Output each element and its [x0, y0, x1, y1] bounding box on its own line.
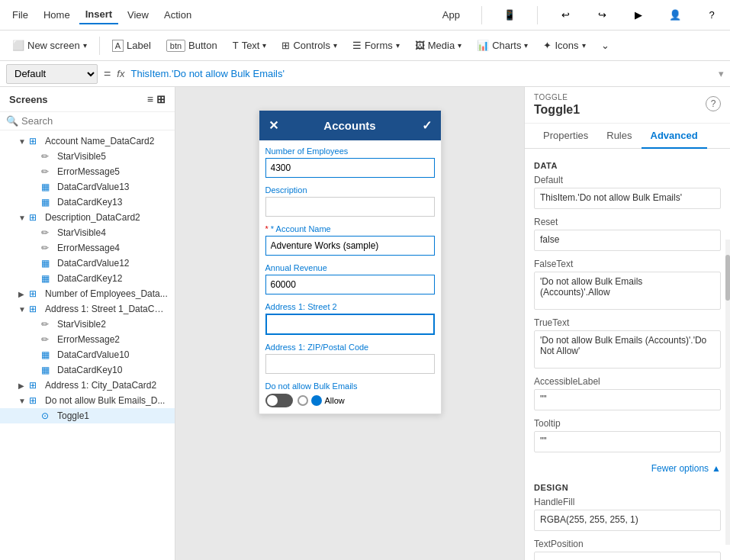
- field-value[interactable]: 'Do not allow Bulk Emails (Accounts)'.Al…: [534, 272, 721, 310]
- formula-expand-icon[interactable]: ▾: [719, 68, 724, 79]
- charts-button[interactable]: 📊 Charts ▾: [471, 37, 534, 54]
- field-label: Default: [534, 175, 721, 185]
- tree-item-datacardkey10[interactable]: ▦ DataCardKey10: [0, 362, 175, 378]
- fewer-options-button[interactable]: Fewer options ▲: [534, 460, 721, 477]
- tree-item-toggle1[interactable]: ⊙ Toggle1: [0, 408, 175, 423]
- toggle-switch[interactable]: [265, 394, 293, 407]
- icons-chevron: ▾: [582, 41, 586, 50]
- menu-view[interactable]: View: [121, 6, 155, 24]
- field-revenue: Annual Revenue: [265, 263, 435, 294]
- tab-rules[interactable]: Rules: [597, 124, 641, 149]
- collapse-arrow: ▼: [18, 397, 29, 405]
- tab-advanced[interactable]: Advanced: [642, 124, 707, 149]
- field-input[interactable]: [265, 197, 435, 217]
- forms-button[interactable]: ☰ Forms ▾: [346, 37, 406, 54]
- button-button[interactable]: btn Button: [160, 37, 224, 55]
- tree-item-datacardvalue10[interactable]: ▦ DataCardValue10: [0, 347, 175, 362]
- field-input[interactable]: [265, 158, 435, 178]
- edit-icon: ✏: [41, 166, 55, 177]
- tree-label: DataCardKey10: [57, 365, 169, 375]
- field-input[interactable]: [265, 275, 435, 294]
- tree-item-street1[interactable]: ▼ ⊞ Address 1: Street 1_DataCar...: [0, 301, 175, 317]
- phone-icon[interactable]: 📱: [497, 3, 522, 27]
- tree-item-city[interactable]: ▶ ⊞ Address 1: City_DataCard2: [0, 378, 175, 393]
- tree-item-starvisible4[interactable]: ✏ StarVisible4: [0, 225, 175, 240]
- menu-action[interactable]: Action: [158, 6, 198, 24]
- formula-input[interactable]: [127, 66, 716, 81]
- menu-bar: File Home Insert View Action App 📱 ↩ ↪ ▶…: [0, 0, 730, 31]
- datacard-icon: ⊞: [29, 304, 43, 314]
- tree-item-datacardkey13[interactable]: ▦ DataCardKey13: [0, 195, 175, 210]
- tree-label: DataCardValue10: [57, 349, 169, 360]
- form-check-icon[interactable]: ✓: [422, 118, 432, 133]
- redo-icon[interactable]: ↪: [590, 3, 614, 27]
- field-input[interactable]: [265, 354, 435, 374]
- tree-label: Account Name_DataCard2: [45, 136, 169, 146]
- field-value[interactable]: 'Do not allow Bulk Emails (Accounts)'.'D…: [534, 330, 721, 369]
- menu-file[interactable]: File: [6, 6, 34, 24]
- field-label: Tooltip: [534, 418, 721, 429]
- tree-label: StarVisible5: [57, 151, 169, 162]
- icons-button[interactable]: ✦ Icons ▾: [537, 37, 591, 54]
- design-section: DESIGN HandleFill RGBA(255, 255, 255, 1)…: [534, 483, 721, 560]
- tree-item-numemployees[interactable]: ▶ ⊞ Number of Employees_Data...: [0, 286, 175, 301]
- right-panel: TOGGLE Toggle1 ? Properties Rules Advanc…: [524, 87, 730, 560]
- text-button[interactable]: T Text ▾: [227, 37, 273, 54]
- form-close-icon[interactable]: ✕: [269, 118, 278, 133]
- text-chevron: ▾: [262, 41, 266, 50]
- expand-arrow: ▶: [18, 381, 29, 390]
- field-value[interactable]: "": [534, 431, 721, 452]
- fx-label: fx: [117, 68, 124, 79]
- controls-chevron: ▾: [333, 41, 337, 50]
- play-icon[interactable]: ▶: [626, 3, 651, 27]
- menu-home[interactable]: Home: [37, 6, 76, 24]
- tree-item-errormessage5[interactable]: ✏ ErrorMessage5: [0, 164, 175, 179]
- field-falsetext: FalseText 'Do not allow Bulk Emails (Acc…: [534, 259, 721, 310]
- media-button[interactable]: 🖼 Media ▾: [409, 37, 468, 54]
- collapse-arrow: ▼: [18, 137, 29, 146]
- tree-item-errormessage2[interactable]: ✏ ErrorMessage2: [0, 332, 175, 347]
- edit-icon: ✏: [41, 227, 55, 238]
- user-icon[interactable]: 👤: [663, 3, 687, 27]
- tree-item-starvisible5[interactable]: ✏ StarVisible5: [0, 149, 175, 164]
- more-button[interactable]: ⌄: [595, 37, 616, 54]
- help-icon[interactable]: ?: [699, 3, 724, 27]
- tab-properties[interactable]: Properties: [534, 124, 597, 149]
- grid-view-icon[interactable]: ⊞: [156, 93, 166, 105]
- panel-tabs: Properties Rules Advanced: [525, 124, 730, 149]
- tree-item-errormessage4[interactable]: ✏ ErrorMessage4: [0, 240, 175, 256]
- menu-insert[interactable]: Insert: [79, 5, 118, 24]
- tree-item-accountname[interactable]: ▼ ⊞ Account Name_DataCard2: [0, 134, 175, 149]
- tree-label: ErrorMessage2: [57, 334, 169, 345]
- list-view-icon[interactable]: ≡: [147, 93, 153, 105]
- tree-item-bulkemails[interactable]: ▼ ⊞ Do not allow Bulk Emails_D...: [0, 393, 175, 408]
- formula-dropdown[interactable]: Default: [6, 64, 98, 84]
- controls-button[interactable]: ⊞ Controls ▾: [275, 37, 342, 54]
- label-button[interactable]: A Label: [106, 37, 157, 55]
- app-label: App: [442, 9, 460, 21]
- field-input[interactable]: [265, 314, 435, 335]
- tree-item-starvisible2[interactable]: ✏ StarVisible2: [0, 317, 175, 332]
- toggle-radio-left[interactable]: [297, 395, 308, 406]
- tree-item-datacardvalue13[interactable]: ▦ DataCardValue13: [0, 179, 175, 195]
- toggle-radio-right[interactable]: [311, 395, 322, 406]
- scrollbar-thumb[interactable]: [725, 255, 730, 301]
- tree-item-datacardkey12[interactable]: ▦ DataCardKey12: [0, 271, 175, 286]
- panel-help-icon[interactable]: ?: [706, 96, 721, 111]
- field-value[interactable]: "": [534, 389, 721, 410]
- tree-label: Toggle1: [57, 410, 169, 421]
- field-value[interactable]: [534, 552, 721, 560]
- field-value[interactable]: ThisItem.'Do not allow Bulk Emails': [534, 188, 721, 209]
- field-value[interactable]: false: [534, 230, 721, 251]
- tree-item-datacardvalue12[interactable]: ▦ DataCardValue12: [0, 256, 175, 271]
- edit-icon: ✏: [41, 334, 55, 345]
- field-input[interactable]: [265, 236, 435, 256]
- field-value[interactable]: RGBA(255, 255, 255, 1): [534, 510, 721, 531]
- new-screen-button[interactable]: ⬜ New screen ▾: [6, 37, 93, 54]
- datacard-icon: ⊞: [29, 395, 43, 406]
- search-input[interactable]: [21, 115, 169, 127]
- undo-icon[interactable]: ↩: [553, 3, 577, 27]
- field-label: Description: [265, 185, 435, 195]
- field-textposition: TextPosition: [534, 539, 721, 560]
- tree-item-description[interactable]: ▼ ⊞ Description_DataCard2: [0, 210, 175, 225]
